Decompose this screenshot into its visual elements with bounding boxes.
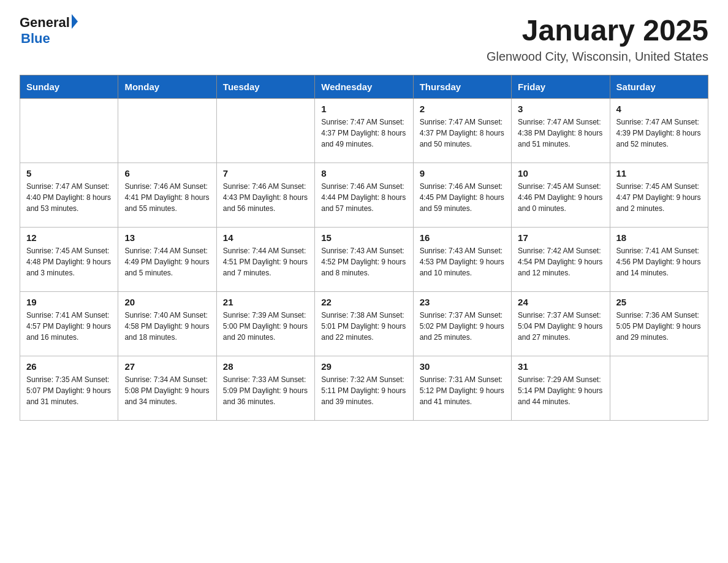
calendar-day-header: Friday: [512, 75, 610, 98]
day-info: Sunrise: 7:31 AM Sunset: 5:12 PM Dayligh…: [420, 374, 505, 407]
day-number: 11: [616, 168, 702, 178]
calendar-cell: [20, 98, 118, 163]
calendar-cell: 23Sunrise: 7:37 AM Sunset: 5:02 PM Dayli…: [413, 291, 511, 356]
day-info: Sunrise: 7:46 AM Sunset: 4:43 PM Dayligh…: [223, 181, 308, 214]
day-info: Sunrise: 7:36 AM Sunset: 5:05 PM Dayligh…: [616, 310, 702, 343]
calendar-cell: 27Sunrise: 7:34 AM Sunset: 5:08 PM Dayli…: [118, 356, 216, 420]
calendar-cell: 5Sunrise: 7:47 AM Sunset: 4:40 PM Daylig…: [20, 163, 118, 227]
day-info: Sunrise: 7:45 AM Sunset: 4:46 PM Dayligh…: [518, 181, 603, 214]
day-number: 13: [124, 232, 210, 243]
logo-text-blue: Blue: [21, 31, 78, 47]
day-info: Sunrise: 7:43 AM Sunset: 4:53 PM Dayligh…: [420, 245, 505, 278]
day-number: 23: [420, 297, 505, 307]
page-subtitle: Glenwood City, Wisconsin, United States: [487, 50, 708, 64]
calendar-cell: 17Sunrise: 7:42 AM Sunset: 4:54 PM Dayli…: [512, 227, 610, 291]
day-info: Sunrise: 7:43 AM Sunset: 4:52 PM Dayligh…: [321, 245, 406, 278]
calendar-cell: 1Sunrise: 7:47 AM Sunset: 4:37 PM Daylig…: [315, 98, 413, 163]
calendar-week-row: 5Sunrise: 7:47 AM Sunset: 4:40 PM Daylig…: [20, 163, 708, 227]
calendar-cell: 6Sunrise: 7:46 AM Sunset: 4:41 PM Daylig…: [118, 163, 216, 227]
calendar-cell: 20Sunrise: 7:40 AM Sunset: 4:58 PM Dayli…: [118, 291, 216, 356]
day-number: 6: [124, 168, 210, 178]
day-number: 8: [321, 168, 406, 178]
calendar-cell: 30Sunrise: 7:31 AM Sunset: 5:12 PM Dayli…: [413, 356, 511, 420]
calendar-cell: 19Sunrise: 7:41 AM Sunset: 4:57 PM Dayli…: [20, 291, 118, 356]
day-info: Sunrise: 7:47 AM Sunset: 4:37 PM Dayligh…: [420, 117, 505, 150]
day-info: Sunrise: 7:42 AM Sunset: 4:54 PM Dayligh…: [518, 245, 603, 278]
calendar-week-row: 12Sunrise: 7:45 AM Sunset: 4:48 PM Dayli…: [20, 227, 708, 291]
calendar-header-row: SundayMondayTuesdayWednesdayThursdayFrid…: [20, 75, 708, 98]
day-info: Sunrise: 7:34 AM Sunset: 5:08 PM Dayligh…: [124, 374, 210, 407]
calendar-week-row: 1Sunrise: 7:47 AM Sunset: 4:37 PM Daylig…: [20, 98, 708, 163]
day-number: 18: [616, 232, 702, 243]
day-number: 2: [420, 104, 505, 114]
calendar-cell: 10Sunrise: 7:45 AM Sunset: 4:46 PM Dayli…: [512, 163, 610, 227]
day-number: 22: [321, 297, 406, 307]
day-info: Sunrise: 7:44 AM Sunset: 4:51 PM Dayligh…: [223, 245, 308, 278]
calendar-cell: 26Sunrise: 7:35 AM Sunset: 5:07 PM Dayli…: [20, 356, 118, 420]
day-info: Sunrise: 7:41 AM Sunset: 4:57 PM Dayligh…: [26, 310, 112, 343]
day-number: 20: [124, 297, 210, 307]
day-number: 30: [420, 361, 505, 372]
day-info: Sunrise: 7:47 AM Sunset: 4:39 PM Dayligh…: [616, 117, 702, 150]
day-info: Sunrise: 7:44 AM Sunset: 4:49 PM Dayligh…: [124, 245, 210, 278]
day-info: Sunrise: 7:45 AM Sunset: 4:47 PM Dayligh…: [616, 181, 702, 214]
day-info: Sunrise: 7:47 AM Sunset: 4:37 PM Dayligh…: [321, 117, 406, 150]
day-info: Sunrise: 7:37 AM Sunset: 5:04 PM Dayligh…: [518, 310, 603, 343]
calendar-cell: 13Sunrise: 7:44 AM Sunset: 4:49 PM Dayli…: [118, 227, 216, 291]
day-info: Sunrise: 7:33 AM Sunset: 5:09 PM Dayligh…: [223, 374, 308, 407]
calendar-table: SundayMondayTuesdayWednesdayThursdayFrid…: [20, 75, 708, 421]
calendar-day-header: Saturday: [610, 75, 708, 98]
day-number: 10: [518, 168, 603, 178]
calendar-day-header: Thursday: [413, 75, 511, 98]
calendar-day-header: Sunday: [20, 75, 118, 98]
day-number: 19: [26, 297, 112, 307]
day-info: Sunrise: 7:47 AM Sunset: 4:40 PM Dayligh…: [26, 181, 112, 214]
day-info: Sunrise: 7:38 AM Sunset: 5:01 PM Dayligh…: [321, 310, 406, 343]
calendar-cell: 24Sunrise: 7:37 AM Sunset: 5:04 PM Dayli…: [512, 291, 610, 356]
day-number: 29: [321, 361, 406, 372]
calendar-cell: [610, 356, 708, 420]
day-number: 21: [223, 297, 308, 307]
calendar-cell: 8Sunrise: 7:46 AM Sunset: 4:44 PM Daylig…: [315, 163, 413, 227]
calendar-cell: 28Sunrise: 7:33 AM Sunset: 5:09 PM Dayli…: [216, 356, 314, 420]
day-number: 14: [223, 232, 308, 243]
day-number: 16: [420, 232, 505, 243]
day-number: 17: [518, 232, 603, 243]
day-number: 15: [321, 232, 406, 243]
calendar-week-row: 26Sunrise: 7:35 AM Sunset: 5:07 PM Dayli…: [20, 356, 708, 420]
day-info: Sunrise: 7:35 AM Sunset: 5:07 PM Dayligh…: [26, 374, 112, 407]
day-number: 3: [518, 104, 603, 114]
day-info: Sunrise: 7:37 AM Sunset: 5:02 PM Dayligh…: [420, 310, 505, 343]
day-number: 28: [223, 361, 308, 372]
calendar-cell: 12Sunrise: 7:45 AM Sunset: 4:48 PM Dayli…: [20, 227, 118, 291]
logo-text-general: General: [20, 15, 70, 31]
day-number: 9: [420, 168, 505, 178]
day-number: 25: [616, 297, 702, 307]
calendar-cell: 16Sunrise: 7:43 AM Sunset: 4:53 PM Dayli…: [413, 227, 511, 291]
page-title: January 2025: [487, 15, 708, 47]
logo: General Blue: [20, 15, 78, 47]
calendar-cell: 25Sunrise: 7:36 AM Sunset: 5:05 PM Dayli…: [610, 291, 708, 356]
calendar-day-header: Tuesday: [216, 75, 314, 98]
calendar-header: SundayMondayTuesdayWednesdayThursdayFrid…: [20, 75, 708, 98]
day-number: 27: [124, 361, 210, 372]
day-info: Sunrise: 7:46 AM Sunset: 4:45 PM Dayligh…: [420, 181, 505, 214]
day-info: Sunrise: 7:45 AM Sunset: 4:48 PM Dayligh…: [26, 245, 112, 278]
day-info: Sunrise: 7:41 AM Sunset: 4:56 PM Dayligh…: [616, 245, 702, 278]
day-info: Sunrise: 7:47 AM Sunset: 4:38 PM Dayligh…: [518, 117, 603, 150]
day-info: Sunrise: 7:46 AM Sunset: 4:41 PM Dayligh…: [124, 181, 210, 214]
calendar-day-header: Monday: [118, 75, 216, 98]
calendar-cell: 31Sunrise: 7:29 AM Sunset: 5:14 PM Dayli…: [512, 356, 610, 420]
calendar-cell: [118, 98, 216, 163]
day-info: Sunrise: 7:32 AM Sunset: 5:11 PM Dayligh…: [321, 374, 406, 407]
calendar-cell: 18Sunrise: 7:41 AM Sunset: 4:56 PM Dayli…: [610, 227, 708, 291]
calendar-body: 1Sunrise: 7:47 AM Sunset: 4:37 PM Daylig…: [20, 98, 708, 420]
calendar-cell: [216, 98, 314, 163]
calendar-cell: 4Sunrise: 7:47 AM Sunset: 4:39 PM Daylig…: [610, 98, 708, 163]
logo-arrow-icon: [72, 14, 78, 29]
day-info: Sunrise: 7:39 AM Sunset: 5:00 PM Dayligh…: [223, 310, 308, 343]
day-info: Sunrise: 7:40 AM Sunset: 4:58 PM Dayligh…: [124, 310, 210, 343]
calendar-cell: 3Sunrise: 7:47 AM Sunset: 4:38 PM Daylig…: [512, 98, 610, 163]
day-number: 12: [26, 232, 112, 243]
calendar-cell: 14Sunrise: 7:44 AM Sunset: 4:51 PM Dayli…: [216, 227, 314, 291]
